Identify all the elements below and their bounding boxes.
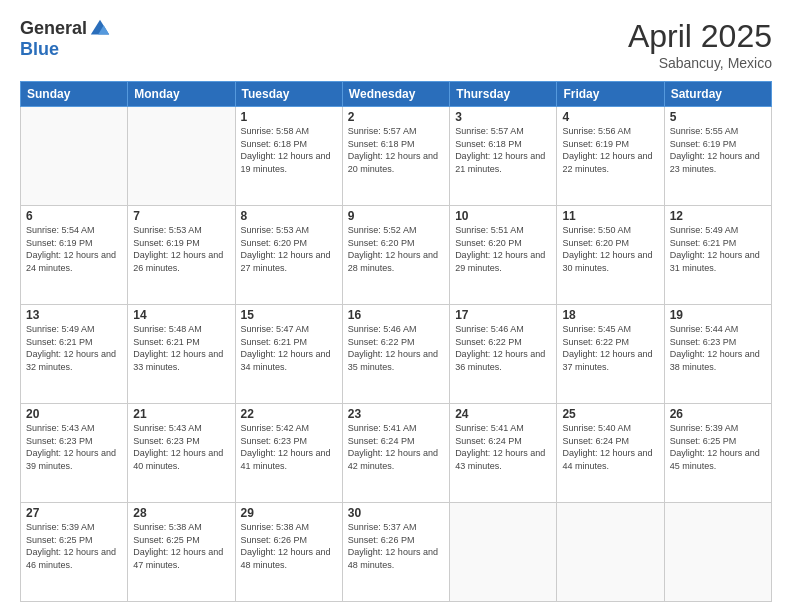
table-row: 27Sunrise: 5:39 AM Sunset: 6:25 PM Dayli… bbox=[21, 503, 128, 602]
table-row bbox=[664, 503, 771, 602]
calendar-week-row: 27Sunrise: 5:39 AM Sunset: 6:25 PM Dayli… bbox=[21, 503, 772, 602]
day-info: Sunrise: 5:43 AM Sunset: 6:23 PM Dayligh… bbox=[26, 422, 122, 472]
table-row bbox=[557, 503, 664, 602]
day-number: 24 bbox=[455, 407, 551, 421]
day-info: Sunrise: 5:42 AM Sunset: 6:23 PM Dayligh… bbox=[241, 422, 337, 472]
calendar-table: Sunday Monday Tuesday Wednesday Thursday… bbox=[20, 81, 772, 602]
title-block: April 2025 Sabancuy, Mexico bbox=[628, 18, 772, 71]
day-number: 27 bbox=[26, 506, 122, 520]
table-row: 5Sunrise: 5:55 AM Sunset: 6:19 PM Daylig… bbox=[664, 107, 771, 206]
day-info: Sunrise: 5:41 AM Sunset: 6:24 PM Dayligh… bbox=[455, 422, 551, 472]
day-info: Sunrise: 5:54 AM Sunset: 6:19 PM Dayligh… bbox=[26, 224, 122, 274]
day-number: 10 bbox=[455, 209, 551, 223]
table-row: 9Sunrise: 5:52 AM Sunset: 6:20 PM Daylig… bbox=[342, 206, 449, 305]
calendar-week-row: 6Sunrise: 5:54 AM Sunset: 6:19 PM Daylig… bbox=[21, 206, 772, 305]
col-monday: Monday bbox=[128, 82, 235, 107]
day-info: Sunrise: 5:46 AM Sunset: 6:22 PM Dayligh… bbox=[455, 323, 551, 373]
day-info: Sunrise: 5:47 AM Sunset: 6:21 PM Dayligh… bbox=[241, 323, 337, 373]
day-info: Sunrise: 5:43 AM Sunset: 6:23 PM Dayligh… bbox=[133, 422, 229, 472]
day-info: Sunrise: 5:41 AM Sunset: 6:24 PM Dayligh… bbox=[348, 422, 444, 472]
day-info: Sunrise: 5:49 AM Sunset: 6:21 PM Dayligh… bbox=[26, 323, 122, 373]
day-info: Sunrise: 5:38 AM Sunset: 6:26 PM Dayligh… bbox=[241, 521, 337, 571]
table-row: 24Sunrise: 5:41 AM Sunset: 6:24 PM Dayli… bbox=[450, 404, 557, 503]
day-number: 30 bbox=[348, 506, 444, 520]
day-number: 26 bbox=[670, 407, 766, 421]
day-info: Sunrise: 5:45 AM Sunset: 6:22 PM Dayligh… bbox=[562, 323, 658, 373]
table-row: 30Sunrise: 5:37 AM Sunset: 6:26 PM Dayli… bbox=[342, 503, 449, 602]
table-row: 14Sunrise: 5:48 AM Sunset: 6:21 PM Dayli… bbox=[128, 305, 235, 404]
calendar-week-row: 20Sunrise: 5:43 AM Sunset: 6:23 PM Dayli… bbox=[21, 404, 772, 503]
day-number: 25 bbox=[562, 407, 658, 421]
day-number: 22 bbox=[241, 407, 337, 421]
page: General Blue April 2025 Sabancuy, Mexico… bbox=[0, 0, 792, 612]
table-row: 19Sunrise: 5:44 AM Sunset: 6:23 PM Dayli… bbox=[664, 305, 771, 404]
day-info: Sunrise: 5:50 AM Sunset: 6:20 PM Dayligh… bbox=[562, 224, 658, 274]
col-thursday: Thursday bbox=[450, 82, 557, 107]
day-number: 7 bbox=[133, 209, 229, 223]
col-sunday: Sunday bbox=[21, 82, 128, 107]
day-number: 3 bbox=[455, 110, 551, 124]
calendar-week-row: 1Sunrise: 5:58 AM Sunset: 6:18 PM Daylig… bbox=[21, 107, 772, 206]
table-row: 13Sunrise: 5:49 AM Sunset: 6:21 PM Dayli… bbox=[21, 305, 128, 404]
day-number: 2 bbox=[348, 110, 444, 124]
table-row: 15Sunrise: 5:47 AM Sunset: 6:21 PM Dayli… bbox=[235, 305, 342, 404]
day-number: 17 bbox=[455, 308, 551, 322]
calendar-header-row: Sunday Monday Tuesday Wednesday Thursday… bbox=[21, 82, 772, 107]
table-row: 29Sunrise: 5:38 AM Sunset: 6:26 PM Dayli… bbox=[235, 503, 342, 602]
table-row: 11Sunrise: 5:50 AM Sunset: 6:20 PM Dayli… bbox=[557, 206, 664, 305]
table-row: 25Sunrise: 5:40 AM Sunset: 6:24 PM Dayli… bbox=[557, 404, 664, 503]
logo-icon bbox=[89, 18, 111, 40]
table-row: 23Sunrise: 5:41 AM Sunset: 6:24 PM Dayli… bbox=[342, 404, 449, 503]
day-info: Sunrise: 5:51 AM Sunset: 6:20 PM Dayligh… bbox=[455, 224, 551, 274]
day-info: Sunrise: 5:49 AM Sunset: 6:21 PM Dayligh… bbox=[670, 224, 766, 274]
table-row: 26Sunrise: 5:39 AM Sunset: 6:25 PM Dayli… bbox=[664, 404, 771, 503]
day-number: 4 bbox=[562, 110, 658, 124]
table-row: 3Sunrise: 5:57 AM Sunset: 6:18 PM Daylig… bbox=[450, 107, 557, 206]
col-saturday: Saturday bbox=[664, 82, 771, 107]
day-info: Sunrise: 5:40 AM Sunset: 6:24 PM Dayligh… bbox=[562, 422, 658, 472]
table-row: 1Sunrise: 5:58 AM Sunset: 6:18 PM Daylig… bbox=[235, 107, 342, 206]
title-month-year: April 2025 bbox=[628, 18, 772, 55]
table-row: 7Sunrise: 5:53 AM Sunset: 6:19 PM Daylig… bbox=[128, 206, 235, 305]
day-number: 11 bbox=[562, 209, 658, 223]
table-row: 20Sunrise: 5:43 AM Sunset: 6:23 PM Dayli… bbox=[21, 404, 128, 503]
table-row: 12Sunrise: 5:49 AM Sunset: 6:21 PM Dayli… bbox=[664, 206, 771, 305]
day-number: 21 bbox=[133, 407, 229, 421]
day-number: 28 bbox=[133, 506, 229, 520]
table-row: 6Sunrise: 5:54 AM Sunset: 6:19 PM Daylig… bbox=[21, 206, 128, 305]
logo-blue: Blue bbox=[20, 40, 111, 60]
day-number: 5 bbox=[670, 110, 766, 124]
day-number: 6 bbox=[26, 209, 122, 223]
day-info: Sunrise: 5:57 AM Sunset: 6:18 PM Dayligh… bbox=[455, 125, 551, 175]
day-number: 18 bbox=[562, 308, 658, 322]
day-info: Sunrise: 5:55 AM Sunset: 6:19 PM Dayligh… bbox=[670, 125, 766, 175]
table-row bbox=[450, 503, 557, 602]
day-number: 14 bbox=[133, 308, 229, 322]
day-number: 9 bbox=[348, 209, 444, 223]
day-number: 15 bbox=[241, 308, 337, 322]
day-info: Sunrise: 5:39 AM Sunset: 6:25 PM Dayligh… bbox=[26, 521, 122, 571]
day-info: Sunrise: 5:52 AM Sunset: 6:20 PM Dayligh… bbox=[348, 224, 444, 274]
table-row: 28Sunrise: 5:38 AM Sunset: 6:25 PM Dayli… bbox=[128, 503, 235, 602]
day-info: Sunrise: 5:57 AM Sunset: 6:18 PM Dayligh… bbox=[348, 125, 444, 175]
table-row: 22Sunrise: 5:42 AM Sunset: 6:23 PM Dayli… bbox=[235, 404, 342, 503]
day-number: 13 bbox=[26, 308, 122, 322]
table-row bbox=[128, 107, 235, 206]
day-info: Sunrise: 5:58 AM Sunset: 6:18 PM Dayligh… bbox=[241, 125, 337, 175]
day-info: Sunrise: 5:39 AM Sunset: 6:25 PM Dayligh… bbox=[670, 422, 766, 472]
day-number: 23 bbox=[348, 407, 444, 421]
day-number: 16 bbox=[348, 308, 444, 322]
table-row: 18Sunrise: 5:45 AM Sunset: 6:22 PM Dayli… bbox=[557, 305, 664, 404]
day-info: Sunrise: 5:53 AM Sunset: 6:19 PM Dayligh… bbox=[133, 224, 229, 274]
logo-general: General bbox=[20, 19, 87, 39]
day-info: Sunrise: 5:38 AM Sunset: 6:25 PM Dayligh… bbox=[133, 521, 229, 571]
day-number: 19 bbox=[670, 308, 766, 322]
table-row: 21Sunrise: 5:43 AM Sunset: 6:23 PM Dayli… bbox=[128, 404, 235, 503]
day-number: 1 bbox=[241, 110, 337, 124]
header: General Blue April 2025 Sabancuy, Mexico bbox=[20, 18, 772, 71]
day-info: Sunrise: 5:44 AM Sunset: 6:23 PM Dayligh… bbox=[670, 323, 766, 373]
table-row: 17Sunrise: 5:46 AM Sunset: 6:22 PM Dayli… bbox=[450, 305, 557, 404]
col-friday: Friday bbox=[557, 82, 664, 107]
day-number: 29 bbox=[241, 506, 337, 520]
day-number: 12 bbox=[670, 209, 766, 223]
